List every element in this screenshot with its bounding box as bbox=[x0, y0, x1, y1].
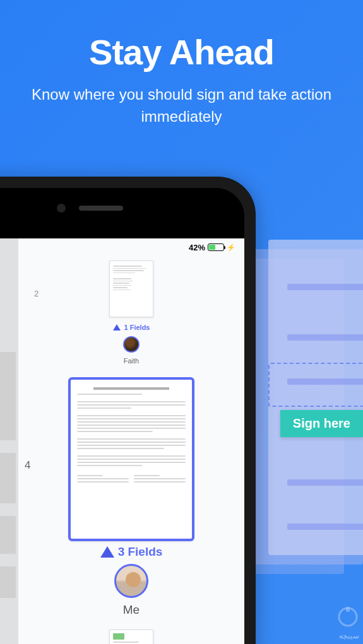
phone-speaker bbox=[79, 206, 123, 211]
status-bar: 5:54 PM 42% ⚡ bbox=[0, 238, 244, 256]
battery-icon bbox=[208, 243, 224, 251]
status-battery-pct: 42% bbox=[189, 243, 205, 252]
page-thumbnail-4-selected[interactable]: 4 bbox=[18, 377, 244, 617]
page-2-fields-label: 1 Fields bbox=[124, 324, 150, 331]
dashed-highlight-box bbox=[268, 363, 363, 407]
page-thumbnail-2[interactable]: 2 1 Fields Faith bbox=[18, 261, 244, 365]
page-7-thumb[interactable] bbox=[109, 629, 153, 644]
avatar-me[interactable] bbox=[114, 564, 148, 598]
triangle-up-icon bbox=[100, 546, 114, 558]
left-dimmed-panel bbox=[0, 238, 18, 644]
triangle-up-icon bbox=[113, 324, 121, 331]
hero-subtitle: Know where you should sign and take acti… bbox=[25, 84, 338, 128]
page-4-thumb[interactable] bbox=[68, 377, 194, 541]
hero-title: Stay Ahead bbox=[25, 32, 338, 73]
sign-here-badge[interactable]: Sign here bbox=[280, 410, 363, 437]
page-4-fields-label: 3 Fields bbox=[118, 545, 163, 559]
svg-rect-1 bbox=[346, 607, 350, 612]
watermark-logo: سیبچه bbox=[336, 606, 359, 640]
phone-camera bbox=[57, 204, 66, 213]
avatar-faith[interactable] bbox=[123, 336, 140, 353]
hero-section: Stay Ahead Know where you should sign an… bbox=[0, 0, 363, 147]
phone-frame: 5:54 PM 42% ⚡ 2 bbox=[0, 177, 256, 644]
page-thumbnail-7[interactable]: 7 bbox=[18, 629, 244, 644]
document-pages-panel[interactable]: 2 1 Fields Faith bbox=[18, 238, 244, 644]
phone-screen: 5:54 PM 42% ⚡ 2 bbox=[0, 238, 244, 644]
page-number: 4 bbox=[25, 459, 30, 472]
avatar-name-faith: Faith bbox=[18, 357, 244, 365]
avatar-name-me: Me bbox=[18, 603, 244, 617]
charging-icon: ⚡ bbox=[227, 243, 235, 252]
page-number: 2 bbox=[34, 289, 39, 298]
page-2-thumb[interactable] bbox=[109, 261, 153, 317]
page-4-fields-row: 3 Fields bbox=[18, 545, 244, 559]
page-2-fields-row: 1 Fields bbox=[18, 324, 244, 331]
